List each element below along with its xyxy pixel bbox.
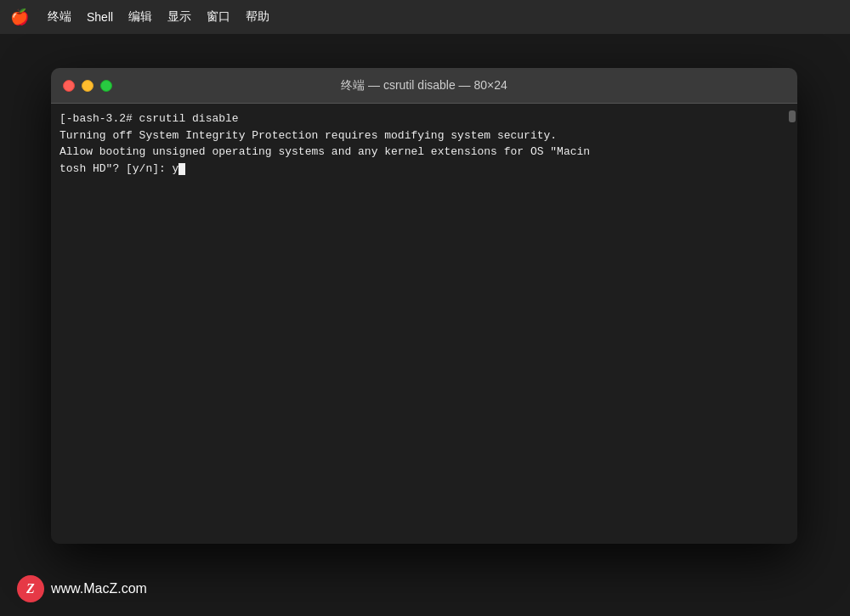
menu-shell[interactable]: Shell xyxy=(87,10,113,24)
terminal-body[interactable]: [-bash-3.2# csrutil disable Turning off … xyxy=(51,104,797,544)
watermark-logo: Z xyxy=(17,575,44,602)
terminal-output: [-bash-3.2# csrutil disable Turning off … xyxy=(60,110,789,177)
cursor xyxy=(178,163,185,175)
minimize-button[interactable] xyxy=(82,80,94,92)
scrollbar[interactable] xyxy=(789,110,796,122)
watermark: Z www.MacZ.com xyxy=(17,575,147,602)
terminal-window: 终端 — csrutil disable — 80×24 [-bash-3.2#… xyxy=(51,68,797,544)
terminal-titlebar: 终端 — csrutil disable — 80×24 xyxy=(51,68,797,104)
menu-edit[interactable]: 编辑 xyxy=(128,9,152,25)
menu-window[interactable]: 窗口 xyxy=(207,9,230,25)
maximize-button[interactable] xyxy=(100,80,112,92)
apple-menu[interactable]: 🍎 xyxy=(10,8,29,26)
menu-help[interactable]: 帮助 xyxy=(246,9,269,25)
close-button[interactable] xyxy=(63,80,75,92)
menu-terminal[interactable]: 终端 xyxy=(48,9,71,25)
terminal-title: 终端 — csrutil disable — 80×24 xyxy=(341,78,507,93)
menubar: 🍎 终端 Shell 编辑 显示 窗口 帮助 xyxy=(0,0,850,34)
menu-view[interactable]: 显示 xyxy=(167,9,191,25)
watermark-url: www.MacZ.com xyxy=(51,581,147,596)
window-controls xyxy=(63,80,112,92)
